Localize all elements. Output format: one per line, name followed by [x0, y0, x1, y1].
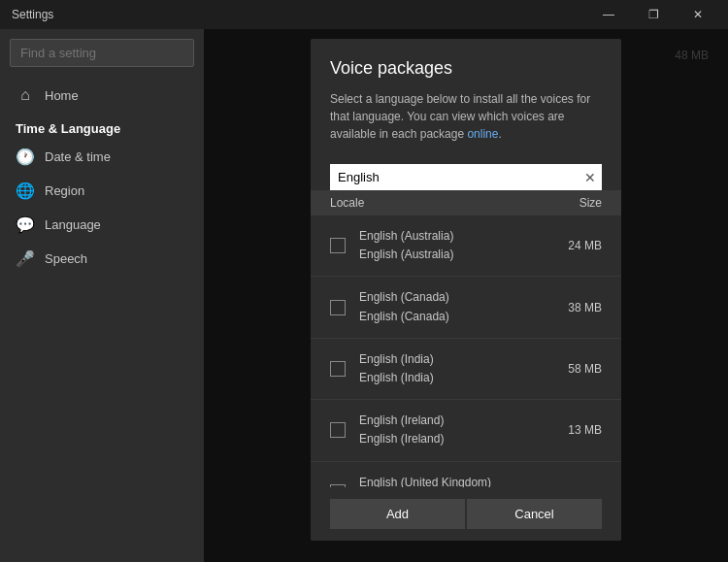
sidebar-item-date-time[interactable]: 🕐 Date & time: [0, 140, 204, 174]
maximize-button[interactable]: ❐: [631, 0, 676, 29]
main-layout: ⌂ Home Time & Language 🕐 Date & time 🌐 R…: [0, 29, 728, 562]
content-area: 48 MB Voice packages Select a language b…: [204, 29, 728, 562]
package-size-india: 58 MB: [534, 362, 602, 376]
package-name-australia: English (Australia) English (Australia): [359, 227, 534, 264]
sidebar-datetime-label: Date & time: [45, 149, 111, 164]
package-checkbox-uk[interactable]: [330, 484, 346, 487]
home-icon: ⌂: [16, 86, 35, 104]
search-field-wrap: ✕: [330, 164, 602, 190]
sidebar-speech-label: Speech: [45, 251, 87, 266]
col-size-header: Size: [534, 196, 602, 210]
package-name-ireland: English (Ireland) English (Ireland): [359, 412, 534, 448]
package-checkbox-ireland[interactable]: [330, 422, 346, 438]
window-controls: — ❐ ✕: [586, 0, 720, 29]
title-bar: Settings — ❐ ✕: [0, 0, 728, 29]
cancel-button[interactable]: Cancel: [467, 499, 602, 529]
app-title: Settings: [12, 8, 53, 21]
modal-overlay: Voice packages Select a language below t…: [204, 29, 728, 562]
package-size-canada: 38 MB: [534, 301, 602, 314]
sidebar-language-label: Language: [45, 217, 101, 232]
voice-packages-modal: Voice packages Select a language below t…: [311, 39, 621, 541]
col-locale-header: Locale: [330, 196, 534, 210]
table-row[interactable]: English (India) English (India) 58 MB: [311, 339, 621, 400]
datetime-icon: 🕐: [16, 148, 35, 166]
package-name-uk: English (United Kingdom) English (United…: [359, 474, 534, 488]
language-icon: 💬: [16, 215, 35, 234]
package-name-india: English (India) English (India): [359, 350, 534, 387]
package-checkbox-india[interactable]: [330, 361, 346, 377]
sidebar: ⌂ Home Time & Language 🕐 Date & time 🌐 R…: [0, 29, 204, 562]
speech-icon: 🎤: [16, 249, 35, 268]
package-checkbox-canada[interactable]: [330, 300, 346, 315]
sidebar-item-speech[interactable]: 🎤 Speech: [0, 242, 204, 276]
sidebar-section-time-language: Time & Language: [0, 112, 204, 140]
modal-desc-text: Select a language below to install all t…: [330, 92, 590, 141]
region-icon: 🌐: [16, 182, 35, 200]
sidebar-item-home[interactable]: ⌂ Home: [0, 79, 204, 112]
packages-list: English (Australia) English (Australia) …: [311, 215, 621, 487]
online-link[interactable]: online: [467, 127, 498, 141]
modal-footer: Add Cancel: [311, 487, 621, 541]
package-checkbox-australia[interactable]: [330, 238, 346, 253]
table-row[interactable]: English (Ireland) English (Ireland) 13 M…: [311, 400, 621, 461]
table-header: Locale Size: [311, 190, 621, 215]
table-row[interactable]: English (Australia) English (Australia) …: [311, 215, 621, 277]
modal-header: Voice packages Select a language below t…: [311, 39, 621, 152]
package-name-canada: English (Canada) English (Canada): [359, 288, 534, 325]
sidebar-region-label: Region: [45, 183, 84, 198]
package-size-ireland: 13 MB: [534, 423, 602, 437]
search-clear-button[interactable]: ✕: [584, 171, 596, 184]
table-row[interactable]: English (Canada) English (Canada) 38 MB: [311, 277, 621, 338]
sidebar-item-language[interactable]: 💬 Language: [0, 208, 204, 242]
table-row[interactable]: English (United Kingdom) English (United…: [311, 462, 621, 488]
language-search-input[interactable]: [330, 164, 602, 190]
sidebar-home-label: Home: [45, 88, 79, 103]
find-setting-input[interactable]: [10, 39, 194, 67]
close-button[interactable]: ✕: [676, 0, 720, 29]
minimize-button[interactable]: —: [586, 0, 631, 29]
package-size-australia: 24 MB: [534, 239, 602, 252]
modal-title: Voice packages: [330, 58, 602, 79]
add-button[interactable]: Add: [330, 499, 465, 529]
sidebar-item-region[interactable]: 🌐 Region: [0, 174, 204, 208]
modal-description: Select a language below to install all t…: [330, 90, 602, 143]
